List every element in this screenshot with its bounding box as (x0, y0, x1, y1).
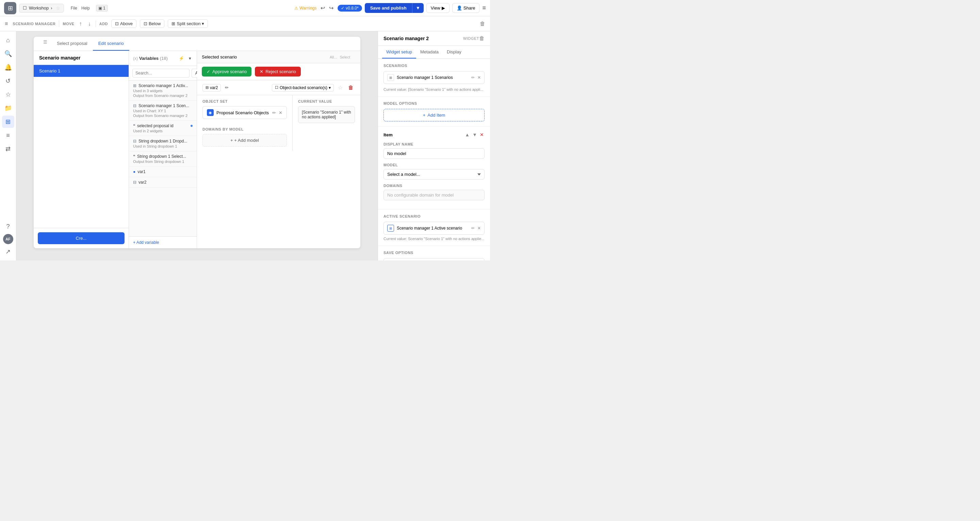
model-field-label: MODEL (383, 163, 485, 167)
user-avatar[interactable]: AF (3, 234, 13, 244)
frame-badge[interactable]: ▣ 1 (96, 5, 108, 11)
display-name-input[interactable] (383, 148, 485, 159)
sidebar-item-history[interactable]: ↺ (2, 75, 14, 87)
model-select[interactable]: Select a model... (383, 169, 485, 179)
content-area: ☰ Select proposal Edit scenario Scenario… (16, 31, 490, 260)
file-menu-help[interactable]: Help (80, 5, 91, 11)
above-button[interactable]: ⊡ Above (111, 19, 137, 28)
list-item[interactable]: ❝ String dropdown 1 Select... Output fro… (129, 151, 197, 167)
create-button[interactable]: Cre... (38, 232, 124, 244)
add-variable-button[interactable]: + Add variable (129, 237, 197, 248)
object-set-section-label: OBJECT SET (202, 99, 287, 103)
sidebar-item-widgets[interactable]: ⊞ (2, 116, 14, 128)
var-icon: ⊟ (133, 180, 137, 185)
variables-filter-icon[interactable]: ⚡ (177, 54, 185, 62)
selected-scenario-bar: Selected scenario All... Select (197, 51, 360, 63)
version-badge[interactable]: ✓ v0.8.0* (337, 5, 362, 11)
save-publish-group: Save and publish ▼ (365, 3, 424, 13)
active-scenario-edit-button[interactable]: ✏ (471, 226, 475, 230)
file-menu: File Help (69, 5, 91, 11)
tab-edit-scenario[interactable]: Edit scenario (93, 37, 129, 51)
active-scenario-delete-button[interactable]: ✕ (477, 226, 481, 230)
sidebar-item-home[interactable]: ⌂ (2, 34, 14, 46)
scenario-item-1[interactable]: Scenario 1 (34, 65, 129, 77)
undo-button[interactable]: ↩ (319, 3, 326, 13)
below-button[interactable]: ⊡ Below (140, 19, 164, 28)
scenario-widget-inner: Scenario manager Scenario 1 Cre... (34, 51, 360, 248)
var-icon: ❝ (133, 124, 135, 128)
scenario-ref-delete-button[interactable]: ✕ (477, 75, 481, 80)
var-sub1: Used in String dropdown 1 (133, 144, 192, 148)
share-button[interactable]: 👤 Share (452, 3, 480, 13)
item-move-up-button[interactable]: ▲ (464, 131, 470, 138)
sidebar-item-integrations[interactable]: ⇄ (2, 143, 14, 155)
tab-display[interactable]: Display (443, 46, 466, 59)
item-actions: ▲ ▼ ✕ (464, 131, 485, 138)
move-up-button[interactable]: ↑ (78, 19, 83, 28)
approve-scenario-button[interactable]: ✓ Approve scenario (202, 67, 251, 76)
sidebar-item-files[interactable]: 📁 (2, 102, 14, 114)
current-value-section: Current value [Scenario "Scenario 1" wit… (292, 95, 360, 151)
delete-section-button[interactable]: 🗑 (479, 19, 487, 28)
list-item[interactable]: ⊟ String dropdown 1 Dropd... Used in Str… (129, 136, 197, 151)
active-scenario-name: Scenario manager 1 Active scenario (397, 226, 469, 230)
edit-var2-button[interactable]: ✏ (224, 84, 230, 92)
selected-scenario-label: Selected scenario (202, 54, 326, 59)
sidebar-toggle-button[interactable]: ≡ (3, 19, 9, 28)
list-item[interactable]: ⊞ Scenario manager 1 Activ... Used in 3 … (129, 81, 197, 101)
domains-field-label: DOMAINS (383, 184, 485, 188)
hamburger-button[interactable]: ≡ (482, 5, 486, 11)
search-input[interactable] (132, 69, 189, 78)
display-name-field-label: DISPLAY NAME (383, 142, 485, 146)
add-model-button[interactable]: + + Add model (202, 134, 287, 146)
tab-title[interactable]: ☐ Workshop › ☆ (19, 4, 64, 13)
view-button[interactable]: View ▶ (426, 3, 450, 13)
current-val-text: Current value: [Scenario "Scenario 1" wi… (383, 87, 485, 92)
tab-select-proposal[interactable]: Select proposal (51, 37, 93, 51)
list-item[interactable]: ⊟ var2 (129, 177, 197, 188)
sidebar-item-help[interactable]: ? (2, 220, 14, 233)
warnings-button[interactable]: ⚠ Warnings (294, 6, 317, 11)
split-section-button[interactable]: ⊞ Split section ▾ (168, 19, 208, 28)
star-icon[interactable]: ☆ (56, 5, 60, 11)
widget-tab-icon[interactable]: ☰ (39, 37, 51, 51)
approve-reject-bar: ✓ Approve scenario ✕ Reject scenario (197, 63, 360, 80)
list-item[interactable]: ⊟ Scenario manager 1 Scen... Used in Cha… (129, 101, 197, 121)
save-options-select[interactable]: Save to object (383, 258, 485, 260)
scenario-ref-name: Scenario manager 1 Scenarios (397, 75, 469, 80)
save-publish-button[interactable]: Save and publish (365, 3, 412, 13)
variables-collapse-icon[interactable]: ▾ (188, 54, 192, 62)
object-set-edit-button[interactable]: ✏ (272, 110, 276, 115)
sidebar-item-starred[interactable]: ☆ (2, 89, 14, 101)
object-set-row-area: OBJECT SET ◉ Proposal Scenario Objects ✏… (197, 95, 360, 151)
add-item-button[interactable]: + Add Item (383, 109, 485, 121)
tab-metadata[interactable]: Metadata (416, 46, 443, 59)
save-publish-dropdown[interactable]: ▼ (412, 3, 424, 13)
object-set-delete-button[interactable]: ✕ (279, 110, 282, 115)
list-item[interactable]: ❝ selected proposal id Used in 2 widgets (129, 121, 197, 136)
sidebar-item-data[interactable]: ≡ (2, 129, 14, 141)
sidebar-item-expand[interactable]: ↗ (2, 246, 14, 258)
object-backed-dropdown[interactable]: ☐ Object-backed scenario(s) ▾ (272, 84, 334, 92)
tab-widget-setup[interactable]: Widget setup (382, 46, 416, 59)
delete-var2-button[interactable]: 🗑 (347, 83, 355, 92)
scenario-list-header: Scenario manager (34, 51, 129, 65)
sidebar-item-notifications[interactable]: 🔔 (2, 61, 14, 73)
right-panel-delete-button[interactable]: 🗑 (479, 35, 485, 41)
object-set-section: OBJECT SET ◉ Proposal Scenario Objects ✏… (197, 95, 292, 123)
right-panel-tabs: Widget setup Metadata Display (378, 46, 490, 59)
reject-scenario-button[interactable]: ✕ Reject scenario (255, 67, 301, 76)
star-var2-button[interactable]: ☆ (337, 83, 344, 92)
variables-panel: (x) Variables (18) ⚡ ▾ (129, 51, 197, 248)
file-menu-file[interactable]: File (69, 5, 79, 11)
var2-badge: ⊟ var2 (202, 84, 221, 92)
sidebar-item-search[interactable]: 🔍 (2, 48, 14, 60)
list-item[interactable]: ● var1 (129, 167, 197, 177)
move-down-button[interactable]: ↓ (87, 19, 92, 28)
scenario-ref-icon: ⊞ (387, 74, 394, 81)
item-move-down-button[interactable]: ▼ (472, 131, 478, 138)
item-delete-button[interactable]: ✕ (479, 131, 485, 138)
var-icon: ⊟ (133, 139, 137, 143)
redo-button[interactable]: ↪ (328, 3, 335, 13)
scenario-ref-edit-button[interactable]: ✏ (471, 75, 475, 80)
